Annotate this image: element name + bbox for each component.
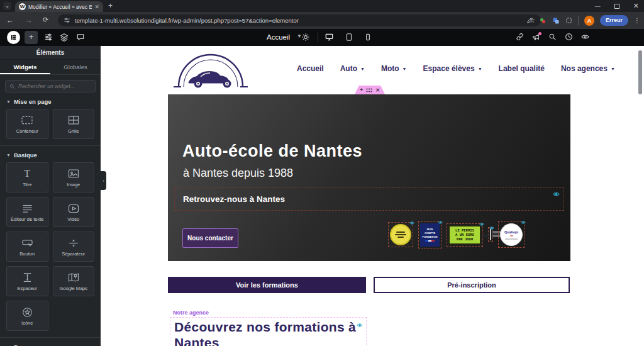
badge-ecole-qualite[interactable] <box>388 222 413 247</box>
heading-icon: T <box>24 167 30 180</box>
window-minimize-icon[interactable]: — <box>595 3 601 9</box>
nav-item-auto[interactable]: Auto ▼ <box>340 64 365 73</box>
elementor-top-bar: + Accueil ▼ Publier ▼ <box>0 29 644 46</box>
section-pro[interactable]: ▼ Pro <box>6 343 94 346</box>
chevron-down-icon: ▼ <box>402 67 407 71</box>
visibility-eye-icon[interactable] <box>409 221 414 225</box>
widget-titre[interactable]: T Titre <box>6 162 48 193</box>
url-omnibox[interactable]: template-1-multi.websolutiondigital.fr/w… <box>58 14 541 26</box>
badge-permis-1-euro-image: LE PERMIS A UN EURO PAR JOUR <box>448 225 481 245</box>
settings-sliders-icon[interactable] <box>44 33 53 42</box>
tab-globals[interactable]: Globales <box>50 60 101 74</box>
visibility-eye-icon[interactable] <box>479 222 484 226</box>
container-icon <box>21 114 33 126</box>
widget-icone[interactable]: Icône <box>6 301 48 331</box>
browser-menu-icon[interactable]: ⋮ <box>634 17 640 24</box>
nav-item-nos-agences[interactable]: Nos agences ▼ <box>561 64 615 73</box>
tab-close-icon[interactable]: ✕ <box>94 4 99 10</box>
search-icon <box>9 84 15 89</box>
visibility-eye-icon[interactable] <box>489 226 494 230</box>
widget-google-maps[interactable]: Google Maps <box>53 266 95 296</box>
widget-espaceur[interactable]: Espaceur <box>6 266 48 296</box>
panel-collapse-handle[interactable]: ‹ <box>101 171 106 190</box>
badge-qualiopi[interactable]: Qualiopi »» <box>498 221 525 248</box>
error-button[interactable]: Erreur <box>600 15 628 26</box>
tab-search-button[interactable]: ⌄ <box>3 2 11 10</box>
cta-pre-inscription-button[interactable]: Pré-inscription <box>374 277 570 293</box>
widget-conteneur[interactable]: Conteneur <box>6 109 48 139</box>
widget-video[interactable]: Vidéo <box>53 197 95 227</box>
add-container-icon[interactable]: + <box>360 87 363 93</box>
widget-label: Vidéo <box>67 216 79 222</box>
device-desktop-icon[interactable] <box>325 33 334 42</box>
widget-search-input[interactable] <box>18 83 87 89</box>
visibility-eye-icon[interactable] <box>553 191 560 197</box>
finder-search-icon[interactable] <box>548 33 557 41</box>
widget-grille[interactable]: Grille <box>53 109 95 139</box>
map-icon <box>68 271 79 284</box>
badge-paiement-3x[interactable]: 3x <box>488 227 493 242</box>
site-info-icon[interactable] <box>64 17 70 24</box>
visibility-eye-icon[interactable] <box>357 323 363 328</box>
extension-translate-icon[interactable] <box>552 17 560 25</box>
collapse-triangle-icon: ▼ <box>6 99 11 104</box>
extension-pencil-icon[interactable] <box>526 17 533 24</box>
window-maximize-icon[interactable] <box>614 4 619 9</box>
text-editor-icon <box>22 202 33 215</box>
device-tablet-icon[interactable] <box>345 33 353 42</box>
contact-button[interactable]: Nous contacter <box>182 228 238 248</box>
nav-label: Auto <box>340 64 357 73</box>
divider <box>0 145 101 146</box>
profile-avatar[interactable]: A <box>584 16 594 26</box>
section-layout[interactable]: ▼ Mise en page <box>6 98 94 105</box>
widget-separateur[interactable]: Séparateur <box>53 232 95 262</box>
site-logo-car-icon[interactable] <box>173 51 248 91</box>
notes-comment-icon[interactable] <box>76 33 85 42</box>
forward-icon[interactable]: → <box>25 16 33 25</box>
panel-tabs: Widgets Globales <box>0 60 101 75</box>
delete-container-icon[interactable]: ✕ <box>375 87 380 93</box>
reload-icon[interactable]: ⟳ <box>43 16 48 24</box>
hero-banner-widget[interactable]: Retrouvez-nous à Nantes <box>174 187 564 211</box>
extensions-icon[interactable] <box>565 17 572 24</box>
nav-item-moto[interactable]: Moto ▼ <box>381 64 407 73</box>
badge-mon-compte-formation[interactable]: MON COMPTE FORMATION <box>418 221 441 248</box>
preview-eye-icon[interactable] <box>581 33 589 41</box>
editor-canvas[interactable]: Accueil Auto ▼ Moto ▼ Espace élèves ▼ La… <box>101 46 644 346</box>
nav-item-label-qualite[interactable]: Label qualité <box>499 64 545 73</box>
visibility-eye-icon[interactable] <box>438 220 443 225</box>
new-tab-button[interactable]: + <box>108 1 113 10</box>
browser-tab[interactable]: W Modifier « Accueil » avec Elem ✕ <box>15 1 103 12</box>
badge-ecole-qualite-image <box>390 224 411 245</box>
container-handle[interactable]: + ✕ <box>355 86 385 94</box>
device-mobile-icon[interactable] <box>364 33 372 42</box>
section-basic[interactable]: ▼ Basique <box>6 152 94 159</box>
section-heading-widget[interactable]: Découvrez nos formations à Nantes <box>170 317 367 346</box>
cta-voir-formations-button[interactable]: Voir les formations <box>168 277 366 293</box>
visibility-eye-icon[interactable] <box>521 220 526 225</box>
tab-widgets[interactable]: Widgets <box>0 60 50 74</box>
structure-layers-icon[interactable] <box>60 33 69 42</box>
widget-search[interactable] <box>5 80 96 92</box>
extensions-row: A Erreur ⋮ <box>526 12 644 29</box>
nav-item-espace-eleves[interactable]: Espace élèves ▼ <box>423 64 482 73</box>
badge-permis-1-euro[interactable]: LE PERMIS A UN EURO PAR JOUR <box>447 223 483 247</box>
canvas-scrollbar[interactable] <box>638 50 642 94</box>
hero-section[interactable]: Auto-école de Nantes à Nantes depuis 198… <box>168 94 570 261</box>
drag-handle-icon[interactable] <box>366 88 372 92</box>
nav-item-accueil[interactable]: Accueil <box>297 64 324 73</box>
widget-image[interactable]: Image <box>53 162 95 193</box>
window-close-icon[interactable]: ✕ <box>633 2 639 10</box>
back-icon[interactable]: ← <box>6 16 14 25</box>
copy-link-icon[interactable] <box>516 33 524 41</box>
widget-label: Grille <box>68 128 79 134</box>
document-switcher[interactable]: Accueil <box>267 33 290 41</box>
extension-color-icon[interactable] <box>539 17 547 25</box>
widget-bouton[interactable]: Bouton <box>6 232 48 262</box>
add-element-button[interactable]: + <box>25 31 38 44</box>
history-clock-icon[interactable] <box>565 33 573 41</box>
page-settings-gear-icon[interactable] <box>301 33 310 42</box>
button-icon <box>21 237 33 249</box>
elementor-logo-icon[interactable] <box>7 31 20 44</box>
widget-editeur-texte[interactable]: Éditeur de texte <box>6 197 48 227</box>
